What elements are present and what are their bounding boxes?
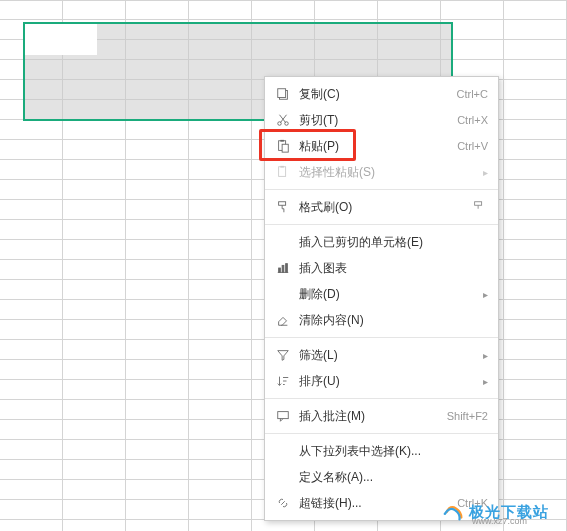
grid-cell[interactable] — [0, 220, 63, 240]
grid-cell[interactable] — [504, 100, 567, 120]
grid-cell[interactable] — [0, 480, 63, 500]
grid-cell[interactable] — [189, 440, 252, 460]
grid-cell[interactable] — [0, 300, 63, 320]
grid-cell[interactable] — [504, 0, 567, 20]
menu-insert-comment[interactable]: 插入批注(M) Shift+F2 — [265, 403, 498, 429]
grid-cell[interactable] — [0, 240, 63, 260]
grid-cell[interactable] — [315, 0, 378, 20]
grid-cell[interactable] — [63, 380, 126, 400]
grid-cell[interactable] — [63, 280, 126, 300]
grid-cell[interactable] — [189, 120, 252, 140]
grid-cell[interactable] — [63, 500, 126, 520]
grid-cell[interactable] — [315, 520, 378, 531]
grid-cell[interactable] — [0, 140, 63, 160]
grid-cell[interactable] — [504, 380, 567, 400]
grid-cell[interactable] — [126, 280, 189, 300]
grid-cell[interactable] — [378, 0, 441, 20]
menu-clear-contents[interactable]: 清除内容(N) — [265, 307, 498, 333]
grid-cell[interactable] — [126, 360, 189, 380]
grid-cell[interactable] — [126, 520, 189, 531]
grid-cell[interactable] — [63, 260, 126, 280]
grid-cell[interactable] — [504, 340, 567, 360]
grid-cell[interactable] — [0, 520, 63, 531]
grid-cell[interactable] — [504, 180, 567, 200]
grid-cell[interactable] — [0, 0, 63, 20]
grid-cell[interactable] — [126, 180, 189, 200]
grid-cell[interactable] — [0, 380, 63, 400]
grid-cell[interactable] — [189, 260, 252, 280]
grid-cell[interactable] — [0, 120, 63, 140]
grid-cell[interactable] — [189, 420, 252, 440]
grid-cell[interactable] — [0, 500, 63, 520]
grid-cell[interactable] — [126, 460, 189, 480]
menu-copy[interactable]: 复制(C) Ctrl+C — [265, 81, 498, 107]
grid-cell[interactable] — [63, 420, 126, 440]
grid-cell[interactable] — [189, 160, 252, 180]
grid-cell[interactable] — [504, 280, 567, 300]
grid-cell[interactable] — [63, 0, 126, 20]
grid-cell[interactable] — [504, 140, 567, 160]
grid-cell[interactable] — [189, 460, 252, 480]
grid-cell[interactable] — [189, 200, 252, 220]
grid-cell[interactable] — [189, 220, 252, 240]
grid-cell[interactable] — [504, 160, 567, 180]
grid-cell[interactable] — [504, 80, 567, 100]
grid-cell[interactable] — [504, 480, 567, 500]
grid-cell[interactable] — [0, 260, 63, 280]
grid-cell[interactable] — [0, 280, 63, 300]
grid-cell[interactable] — [126, 240, 189, 260]
grid-cell[interactable] — [189, 400, 252, 420]
active-cell[interactable] — [25, 24, 97, 55]
grid-cell[interactable] — [63, 120, 126, 140]
grid-cell[interactable] — [504, 300, 567, 320]
grid-cell[interactable] — [504, 120, 567, 140]
grid-cell[interactable] — [189, 140, 252, 160]
grid-cell[interactable] — [126, 260, 189, 280]
grid-cell[interactable] — [189, 300, 252, 320]
grid-cell[interactable] — [504, 440, 567, 460]
grid-cell[interactable] — [126, 120, 189, 140]
grid-cell[interactable] — [189, 280, 252, 300]
grid-cell[interactable] — [126, 400, 189, 420]
grid-cell[interactable] — [0, 200, 63, 220]
grid-cell[interactable] — [378, 520, 441, 531]
menu-cut[interactable]: 剪切(T) Ctrl+X — [265, 107, 498, 133]
grid-cell[interactable] — [504, 260, 567, 280]
grid-cell[interactable] — [189, 240, 252, 260]
grid-cell[interactable] — [0, 400, 63, 420]
grid-cell[interactable] — [63, 340, 126, 360]
menu-define-name[interactable]: 定义名称(A)... — [265, 464, 498, 490]
grid-cell[interactable] — [504, 400, 567, 420]
grid-cell[interactable] — [0, 320, 63, 340]
menu-insert-cut-cells[interactable]: 插入已剪切的单元格(E) — [265, 229, 498, 255]
grid-cell[interactable] — [0, 360, 63, 380]
grid-cell[interactable] — [126, 420, 189, 440]
grid-cell[interactable] — [126, 380, 189, 400]
grid-cell[interactable] — [63, 180, 126, 200]
grid-cell[interactable] — [252, 0, 315, 20]
grid-cell[interactable] — [504, 200, 567, 220]
menu-format-painter[interactable]: 格式刷(O) — [265, 194, 498, 220]
grid-cell[interactable] — [441, 0, 504, 20]
grid-cell[interactable] — [504, 20, 567, 40]
menu-sort[interactable]: 排序(U) ▸ — [265, 368, 498, 394]
grid-cell[interactable] — [63, 160, 126, 180]
grid-cell[interactable] — [63, 520, 126, 531]
grid-cell[interactable] — [0, 180, 63, 200]
grid-cell[interactable] — [126, 480, 189, 500]
grid-cell[interactable] — [189, 500, 252, 520]
grid-cell[interactable] — [0, 460, 63, 480]
menu-paste[interactable]: 粘贴(P) Ctrl+V — [265, 133, 498, 159]
grid-cell[interactable] — [189, 320, 252, 340]
menu-delete[interactable]: 删除(D) ▸ — [265, 281, 498, 307]
grid-cell[interactable] — [504, 460, 567, 480]
grid-cell[interactable] — [126, 440, 189, 460]
grid-cell[interactable] — [63, 440, 126, 460]
grid-cell[interactable] — [504, 60, 567, 80]
grid-cell[interactable] — [189, 480, 252, 500]
grid-cell[interactable] — [504, 220, 567, 240]
grid-cell[interactable] — [63, 360, 126, 380]
grid-cell[interactable] — [126, 500, 189, 520]
menu-pick-from-list[interactable]: 从下拉列表中选择(K)... — [265, 438, 498, 464]
grid-cell[interactable] — [504, 320, 567, 340]
